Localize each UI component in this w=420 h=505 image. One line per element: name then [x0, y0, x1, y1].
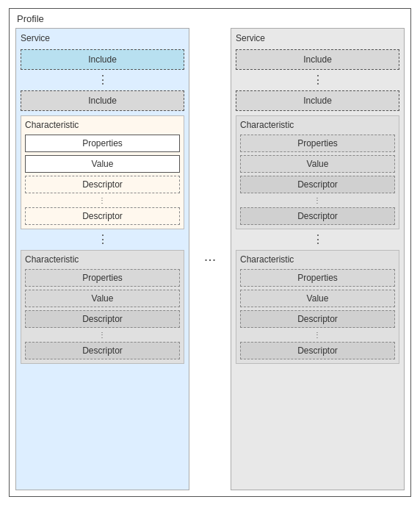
service-label-left: Service — [21, 33, 184, 43]
properties-top-left: Properties — [25, 135, 180, 152]
descriptor-bottom-right-2: Descriptor — [240, 342, 395, 359]
properties-top-right: Properties — [240, 135, 395, 152]
include-box-top-right: Include — [236, 49, 399, 70]
include-box-bottom-right: Include — [236, 90, 399, 111]
dots-descriptor-right-top: ⋮ — [240, 196, 395, 204]
dots-right-mid: ⋮ — [236, 234, 399, 246]
char-label-bottom-right: Characteristic — [240, 254, 395, 265]
value-top-left: Value — [25, 155, 180, 173]
properties-bottom-left: Properties — [25, 269, 180, 287]
service-label-right: Service — [236, 33, 399, 43]
services-row: Service Include ⋮ Include Characteristic… — [15, 28, 405, 490]
descriptor-bottom-left-1: Descriptor — [25, 310, 180, 328]
characteristic-box-top-left: Characteristic Properties Value Descript… — [21, 115, 184, 229]
profile-container: Profile Service Include ⋮ Include Charac… — [9, 8, 411, 497]
descriptor-bottom-left-2: Descriptor — [25, 342, 180, 359]
characteristic-box-bottom-right: Characteristic Properties Value Descript… — [236, 250, 399, 364]
properties-bottom-right: Properties — [240, 269, 395, 287]
dots-descriptor-right-bottom: ⋮ — [240, 331, 395, 339]
service-box-right: Service Include ⋮ Include Characteristic… — [231, 28, 405, 490]
descriptor-top-right-2: Descriptor — [240, 207, 395, 225]
descriptor-bottom-right-1: Descriptor — [240, 310, 395, 328]
horizontal-dots: ··· — [201, 28, 219, 490]
value-bottom-right: Value — [240, 290, 395, 307]
char-label-top-left: Characteristic — [25, 120, 180, 130]
value-top-right: Value — [240, 155, 395, 173]
dots-descriptor-left-top: ⋮ — [25, 196, 180, 204]
profile-label: Profile — [17, 13, 44, 24]
descriptor-top-right-1: Descriptor — [240, 176, 395, 193]
dots-left-top: ⋮ — [21, 74, 184, 86]
include-box-bottom-left: Include — [21, 90, 184, 111]
dots-descriptor-left-bottom: ⋮ — [25, 331, 180, 339]
include-box-top-left: Include — [21, 49, 184, 70]
dots-right-top: ⋮ — [236, 74, 399, 86]
characteristic-box-top-right: Characteristic Properties Value Descript… — [236, 115, 399, 229]
char-label-top-right: Characteristic — [240, 120, 395, 130]
characteristic-box-bottom-left: Characteristic Properties Value Descript… — [21, 250, 184, 364]
service-box-left: Service Include ⋮ Include Characteristic… — [15, 28, 189, 490]
dots-left-mid: ⋮ — [21, 234, 184, 246]
descriptor-top-left-2: Descriptor — [25, 207, 180, 225]
value-bottom-left: Value — [25, 290, 180, 307]
char-label-bottom-left: Characteristic — [25, 254, 180, 265]
descriptor-top-left-1: Descriptor — [25, 176, 180, 193]
